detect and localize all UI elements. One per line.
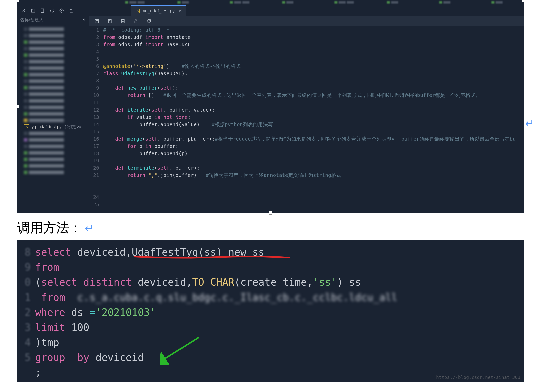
python-file-icon: Py [24, 124, 29, 129]
editor-area: Py tyq_udaf_test.py ✕ 123456789101112131… [89, 5, 524, 213]
submit-icon[interactable] [107, 18, 113, 24]
tree-item-blurred[interactable] [17, 143, 89, 150]
top-menubar [17, 0, 524, 5]
resize-handle[interactable] [522, 0, 525, 2]
menu-item-blurred [177, 1, 210, 5]
search-placeholder: 名称/创建人 [20, 17, 44, 23]
menu-item-blurred [491, 1, 524, 5]
sql-editor: 89012345 select deviceid,UdafTestTyq(ss)… [17, 240, 524, 382]
editor-tabs: Py tyq_udaf_test.py ✕ [89, 5, 524, 16]
save-icon[interactable] [94, 18, 100, 24]
return-symbol-icon: ↵ [525, 117, 534, 129]
tab-filename: tyq_udaf_test.py [142, 8, 175, 14]
lock-label: 我锁定 20 [65, 125, 81, 129]
line-number-gutter: 1234567891011121314151617181920212425 [89, 26, 103, 213]
upload-icon[interactable] [68, 8, 74, 13]
tree-item-blurred[interactable] [17, 65, 89, 71]
editor-toolbar [89, 16, 524, 26]
code-content[interactable]: # -*- coding: utf-8 -*-from odps.udf imp… [103, 26, 524, 213]
tree-item-blurred[interactable] [17, 26, 89, 32]
ide-window: 名称/创建人 [17, 0, 524, 213]
refresh-icon[interactable] [146, 18, 152, 24]
svg-rect-5 [95, 19, 98, 23]
tree-item-blurred[interactable] [17, 32, 89, 39]
tree-item-blurred[interactable] [17, 111, 89, 117]
tab-current-file[interactable]: Py tyq_udaf_test.py ✕ [131, 5, 186, 16]
section-title-text: 调用方法： [17, 220, 82, 235]
tree-item-blurred[interactable] [17, 91, 89, 97]
user-icon[interactable] [21, 8, 26, 13]
tree-item-blurred[interactable] [17, 84, 89, 91]
close-icon[interactable]: ✕ [178, 8, 182, 14]
file-name: tyq_udaf_test.py [30, 124, 62, 129]
tree-item-blurred[interactable] [17, 52, 89, 58]
save-icon[interactable] [30, 8, 36, 13]
tree-item-blurred[interactable] [17, 97, 89, 104]
file-tree: Py tyq_udaf_test.py 我锁定 20 [17, 24, 89, 213]
tree-item-blurred[interactable] [17, 130, 89, 137]
menu-item-blurred [282, 1, 314, 5]
resize-handle[interactable] [269, 211, 272, 215]
menu-item-blurred [334, 1, 367, 5]
tree-item-blurred[interactable] [17, 71, 89, 78]
svg-point-0 [23, 9, 25, 11]
python-file-icon: Py [135, 9, 140, 13]
tree-item-blurred[interactable] [17, 150, 89, 156]
tree-item-blurred[interactable] [17, 58, 89, 65]
menu-item-blurred [230, 1, 262, 5]
tree-item-blurred[interactable] [17, 117, 89, 124]
filter-icon[interactable] [82, 17, 86, 23]
svg-rect-2 [41, 9, 44, 12]
sql-content[interactable]: select deviceid,UdafTestTyq(ss) new_ssfr… [35, 245, 524, 380]
tree-item-blurred[interactable] [17, 104, 89, 111]
menu-item-blurred [387, 1, 419, 5]
refresh-icon[interactable] [49, 8, 55, 13]
tree-item-blurred[interactable] [17, 78, 89, 84]
tree-item-blurred[interactable] [17, 39, 89, 45]
lock-icon [133, 18, 139, 24]
menu-item-blurred [439, 1, 472, 5]
explorer-sidebar: 名称/创建人 [17, 5, 89, 213]
tree-item-blurred[interactable] [17, 137, 89, 143]
download-icon[interactable] [120, 18, 126, 24]
tree-item-blurred[interactable] [17, 163, 89, 169]
tree-item-blurred[interactable] [17, 169, 89, 176]
resize-handle[interactable] [16, 0, 19, 2]
target-icon[interactable] [59, 8, 64, 13]
return-symbol-icon: ↵ [85, 222, 94, 234]
code-editor[interactable]: 1234567891011121314151617181920212425 # … [89, 26, 524, 213]
new-file-icon[interactable] [40, 8, 45, 13]
svg-rect-1 [31, 9, 35, 12]
sidebar-toolbar [17, 5, 89, 16]
line-number-gutter: 89012345 [17, 245, 35, 380]
svg-point-4 [61, 10, 62, 11]
tree-item-blurred[interactable] [17, 156, 89, 163]
watermark: https://blog.csdn.net/sinat_303 [436, 375, 520, 380]
tree-item-current-file[interactable]: Py tyq_udaf_test.py 我锁定 20 [17, 124, 89, 130]
sidebar-search[interactable]: 名称/创建人 [17, 16, 89, 24]
section-title: 调用方法：↵ [0, 213, 541, 240]
menu-item-blurred [125, 1, 157, 5]
tree-item-blurred[interactable] [17, 45, 89, 52]
svg-rect-8 [135, 21, 137, 23]
